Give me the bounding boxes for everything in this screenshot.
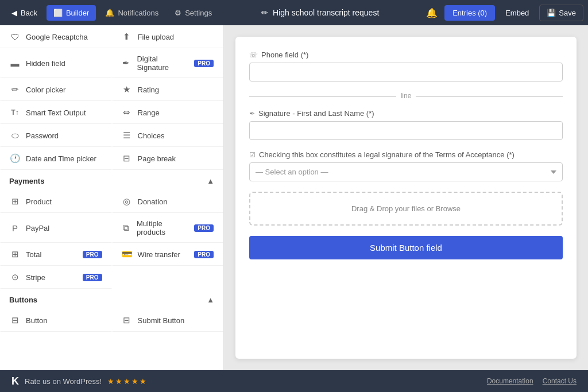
sidebar-item-paypal[interactable]: P PayPal	[0, 213, 112, 243]
signature-icon: ✒	[122, 58, 131, 68]
upload-icon: ⬆	[122, 32, 132, 42]
sidebar-item-product[interactable]: ⊞ Product	[0, 190, 112, 213]
sidebar-item-rating[interactable]: ★ Rating	[112, 78, 224, 101]
pro-badge-stripe: PRO	[83, 274, 102, 281]
signature-label-icon: ✒	[249, 110, 255, 118]
sidebar-item-file-upload[interactable]: ⬆ File upload	[112, 25, 224, 48]
builder-icon: ⬜	[53, 9, 63, 17]
sidebar-item-google-recaptcha[interactable]: 🛡 Google Recaptcha	[0, 25, 112, 48]
chevron-up-buttons-icon: ▲	[207, 296, 214, 304]
terms-field-group: ☑ Checking this box constitutes a legal …	[249, 150, 563, 181]
range-icon: ⇔	[122, 107, 132, 118]
sidebar-item-total[interactable]: ⊞ Total PRO	[0, 243, 112, 266]
donation-icon: ◎	[122, 196, 132, 207]
gear-icon: ⚙	[175, 9, 181, 17]
footer: K Rate us on WordPress! ★★★★★ Documentat…	[0, 370, 588, 392]
file-drop-zone[interactable]: Drag & Drop your files or Browse	[249, 192, 563, 226]
sidebar-item-datetime[interactable]: 🕐 Date and Time picker	[0, 147, 112, 170]
documentation-link[interactable]: Documentation	[487, 377, 533, 385]
back-button[interactable]: ◀ Back	[5, 5, 44, 21]
line-left	[249, 96, 396, 96]
sidebar-item-button[interactable]: ⊟ Button	[0, 309, 112, 332]
footer-right: Documentation Contact Us	[487, 377, 577, 385]
choices-icon: ☰	[122, 130, 132, 141]
terms-select[interactable]: — Select an option —	[249, 162, 563, 181]
pro-badge-total: PRO	[83, 251, 102, 258]
footer-logo: K	[11, 375, 19, 387]
save-icon: 💾	[547, 9, 556, 17]
phone-field-group: ☏ Phone field (*)	[249, 51, 563, 81]
star-rating: ★★★★★	[107, 377, 148, 386]
sidebar-item-password[interactable]: ⬭ Password	[0, 124, 112, 147]
text-icon: T↑	[10, 108, 20, 117]
color-picker-icon: ✏	[10, 84, 20, 95]
product-icon: ⊞	[10, 196, 20, 207]
edit-icon: ✏	[261, 8, 268, 17]
form-container: ☏ Phone field (*) line ✒ Signature - Fir…	[235, 37, 577, 359]
sidebar-item-donation[interactable]: ◎ Donation	[112, 190, 224, 213]
payments-grid: ⊞ Product ◎ Donation P PayPal ⧉ Multiple…	[0, 190, 223, 289]
page-break-icon: ⊟	[122, 153, 132, 164]
phone-label-icon: ☏	[249, 51, 258, 59]
pro-badge-wire: PRO	[194, 251, 214, 258]
pro-badge-multiple: PRO	[194, 224, 214, 232]
signature-field-label: ✒ Signature - First and Last Name (*)	[249, 109, 563, 118]
paypal-icon: P	[10, 223, 20, 233]
phone-input[interactable]	[249, 63, 563, 81]
notifications-tab[interactable]: 🔔 Notifications	[98, 5, 165, 21]
sidebar-item-range[interactable]: ⇔ Range	[112, 101, 224, 124]
builder-tab[interactable]: ⬜ Builder	[47, 5, 96, 21]
total-icon: ⊞	[10, 249, 20, 259]
main-layout: 🛡 Google Recaptcha ⬆ File upload ▬ Hidde…	[0, 25, 588, 370]
nav-actions: 🔔 Entries (0) Embed 💾 Save	[421, 5, 583, 21]
form-title: ✏ High school transcript request	[261, 8, 379, 17]
wire-icon: 💳	[122, 249, 132, 259]
sidebar: 🛡 Google Recaptcha ⬆ File upload ▬ Hidde…	[0, 25, 224, 370]
checkbox-icon: ☑	[249, 151, 256, 159]
phone-field-label: ☏ Phone field (*)	[249, 51, 563, 59]
hidden-field-icon: ▬	[10, 59, 20, 68]
submit-button-field[interactable]: Submit Button field	[249, 236, 563, 259]
top-navigation: ◀ Back ⬜ Builder 🔔 Notifications ⚙ Setti…	[0, 0, 588, 25]
sidebar-item-wire-transfer[interactable]: 💳 Wire transfer PRO	[112, 243, 224, 266]
sidebar-item-submit-button[interactable]: ⊟ Submit Button	[112, 309, 224, 332]
chevron-up-icon: ▲	[207, 177, 214, 185]
contact-link[interactable]: Contact Us	[543, 377, 577, 385]
sidebar-item-stripe[interactable]: ⊙ Stripe PRO	[0, 266, 112, 289]
sidebar-item-color-picker[interactable]: ✏ Color picker	[0, 78, 112, 101]
fields-grid: 🛡 Google Recaptcha ⬆ File upload ▬ Hidde…	[0, 25, 223, 170]
footer-left: K Rate us on WordPress! ★★★★★	[11, 375, 148, 387]
sidebar-item-hidden-field[interactable]: ▬ Hidden field	[0, 48, 112, 78]
sidebar-item-digital-signature[interactable]: ✒ Digital Signature PRO	[112, 48, 224, 78]
submit-icon: ⊟	[122, 315, 132, 325]
recaptcha-icon: 🛡	[10, 32, 20, 42]
back-icon: ◀	[11, 9, 17, 17]
stripe-icon: ⊙	[10, 272, 20, 282]
buttons-section-header: Buttons ▲	[0, 289, 223, 309]
terms-field-label: ☑ Checking this box constitutes a legal …	[249, 150, 563, 159]
line-label: line	[401, 92, 412, 100]
star-icon: ★	[122, 84, 132, 95]
rate-text: Rate us on WordPress!	[25, 377, 102, 386]
save-button[interactable]: 💾 Save	[539, 5, 583, 21]
embed-button[interactable]: Embed	[497, 5, 537, 21]
bell-icon: 🔔	[105, 9, 114, 17]
payments-section-header: Payments ▲	[0, 170, 223, 190]
content-area: ☏ Phone field (*) line ✒ Signature - Fir…	[224, 25, 588, 370]
pro-badge: PRO	[194, 60, 214, 67]
multi-products-icon: ⧉	[122, 223, 131, 233]
entries-button[interactable]: Entries (0)	[444, 5, 495, 21]
buttons-grid: ⊟ Button ⊟ Submit Button	[0, 309, 223, 332]
sidebar-item-multiple-products[interactable]: ⧉ Multiple products PRO	[112, 213, 224, 243]
notification-bell-icon[interactable]: 🔔	[421, 7, 442, 18]
password-icon: ⬭	[10, 130, 20, 141]
sidebar-item-smart-text[interactable]: T↑ Smart Text Output	[0, 101, 112, 124]
sidebar-item-page-break[interactable]: ⊟ Page break	[112, 147, 224, 170]
line-right	[416, 96, 563, 96]
clock-icon: 🕐	[10, 153, 20, 164]
sidebar-item-choices[interactable]: ☰ Choices	[112, 124, 224, 147]
settings-tab[interactable]: ⚙ Settings	[168, 5, 219, 21]
signature-field-group: ✒ Signature - First and Last Name (*)	[249, 109, 563, 140]
button-icon: ⊟	[10, 315, 20, 325]
signature-input[interactable]	[249, 121, 563, 140]
